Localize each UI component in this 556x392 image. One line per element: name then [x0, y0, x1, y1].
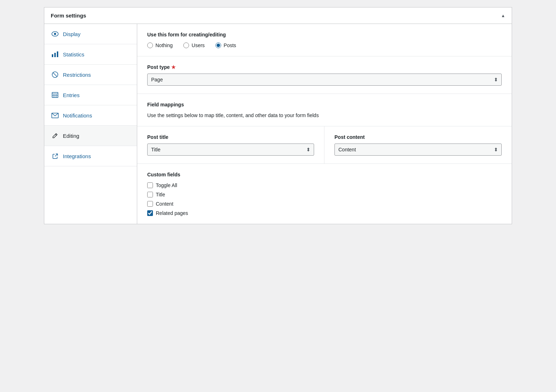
- form-settings-header: Form settings ▲: [44, 7, 512, 24]
- post-title-select[interactable]: Title None: [147, 144, 314, 156]
- envelope-icon: [51, 112, 59, 119]
- main-content: Use this form for creating/editing Nothi…: [137, 24, 512, 224]
- post-title-label: Post title: [147, 134, 314, 140]
- post-content-select[interactable]: Content None: [334, 144, 502, 156]
- creating-editing-radio-group: Nothing Users Posts: [147, 42, 502, 48]
- sidebar-item-restrictions[interactable]: Restrictions: [44, 65, 137, 85]
- sidebar-item-integrations[interactable]: Integrations: [44, 146, 137, 166]
- checkbox-content[interactable]: Content: [147, 201, 502, 207]
- form-settings-body: Display Statistics: [44, 24, 512, 224]
- sidebar-label-statistics: Statistics: [63, 51, 84, 57]
- radio-nothing[interactable]: Nothing: [147, 42, 173, 48]
- sidebar-label-entries: Entries: [63, 92, 80, 98]
- radio-posts[interactable]: Posts: [215, 42, 236, 48]
- sidebar-label-notifications: Notifications: [63, 112, 92, 119]
- svg-rect-7: [52, 92, 58, 98]
- external-link-icon: [51, 152, 59, 160]
- sidebar-label-editing: Editing: [63, 133, 79, 139]
- pencil-icon: [51, 132, 59, 139]
- radio-users[interactable]: Users: [183, 42, 205, 48]
- block-circle-icon: [51, 71, 59, 78]
- eye-icon: [51, 30, 59, 37]
- custom-fields-list: Toggle All Title Content Related pages: [147, 182, 502, 216]
- custom-fields-title: Custom fields: [147, 172, 502, 177]
- sidebar-item-entries[interactable]: Entries: [44, 85, 137, 105]
- field-mappings-title: Field mappings: [147, 102, 502, 107]
- radio-posts-input[interactable]: [215, 42, 221, 48]
- field-mappings-desc: Use the settings below to map title, con…: [147, 112, 502, 118]
- radio-posts-label: Posts: [224, 42, 236, 48]
- svg-line-6: [53, 72, 57, 77]
- post-title-cell: Post title Title None: [137, 126, 324, 164]
- radio-nothing-input[interactable]: [147, 42, 153, 48]
- form-settings-title: Form settings: [51, 12, 86, 19]
- table-icon: [51, 91, 59, 99]
- custom-fields-section: Custom fields Toggle All Title Content: [137, 164, 512, 224]
- creating-editing-title: Use this form for creating/editing: [147, 32, 502, 37]
- sidebar-item-statistics[interactable]: Statistics: [44, 44, 137, 65]
- post-type-select-wrapper: Page Post Custom Post Type: [147, 74, 502, 86]
- checkbox-title-label: Title: [156, 192, 165, 197]
- collapse-icon[interactable]: ▲: [501, 13, 505, 18]
- required-star: ★: [171, 64, 176, 70]
- checkbox-content-label: Content: [156, 201, 173, 207]
- sidebar-label-restrictions: Restrictions: [63, 72, 91, 78]
- sidebar-item-display[interactable]: Display: [44, 24, 137, 44]
- svg-rect-2: [52, 54, 53, 57]
- svg-point-1: [54, 33, 56, 35]
- sidebar-item-editing[interactable]: Editing: [44, 126, 137, 146]
- sidebar-label-integrations: Integrations: [63, 153, 91, 159]
- svg-rect-4: [57, 51, 58, 57]
- sidebar: Display Statistics: [44, 24, 137, 224]
- sidebar-label-display: Display: [63, 31, 80, 37]
- post-fields-grid: Post title Title None Post content Conte…: [137, 126, 512, 164]
- radio-users-input[interactable]: [183, 42, 189, 48]
- post-title-select-wrapper: Title None: [147, 144, 314, 156]
- post-content-select-wrapper: Content None: [334, 144, 502, 156]
- checkbox-toggle-all-label: Toggle All: [156, 182, 177, 188]
- sidebar-item-notifications[interactable]: Notifications: [44, 105, 137, 126]
- checkbox-related-pages[interactable]: Related pages: [147, 210, 502, 216]
- checkbox-toggle-all[interactable]: Toggle All: [147, 182, 502, 188]
- checkbox-related-pages-input[interactable]: [147, 210, 153, 216]
- form-settings-container: Form settings ▲ Display: [44, 7, 512, 224]
- checkbox-toggle-all-input[interactable]: [147, 182, 153, 188]
- svg-line-14: [55, 154, 58, 156]
- svg-line-13: [55, 134, 56, 135]
- post-type-select[interactable]: Page Post Custom Post Type: [147, 74, 502, 86]
- checkbox-content-input[interactable]: [147, 201, 153, 207]
- checkbox-title-input[interactable]: [147, 192, 153, 197]
- checkbox-related-pages-label: Related pages: [156, 210, 188, 216]
- radio-nothing-label: Nothing: [155, 42, 173, 48]
- radio-users-label: Users: [192, 42, 205, 48]
- post-content-label: Post content: [334, 134, 502, 140]
- creating-editing-section: Use this form for creating/editing Nothi…: [137, 24, 512, 56]
- bar-chart-icon: [51, 51, 59, 58]
- post-type-section: Post type ★ Page Post Custom Post Type: [137, 56, 512, 94]
- post-type-label: Post type ★: [147, 64, 502, 70]
- field-mappings-section: Field mappings Use the settings below to…: [137, 94, 512, 126]
- checkbox-title[interactable]: Title: [147, 192, 502, 197]
- svg-rect-3: [54, 53, 56, 57]
- post-content-cell: Post content Content None: [324, 126, 512, 164]
